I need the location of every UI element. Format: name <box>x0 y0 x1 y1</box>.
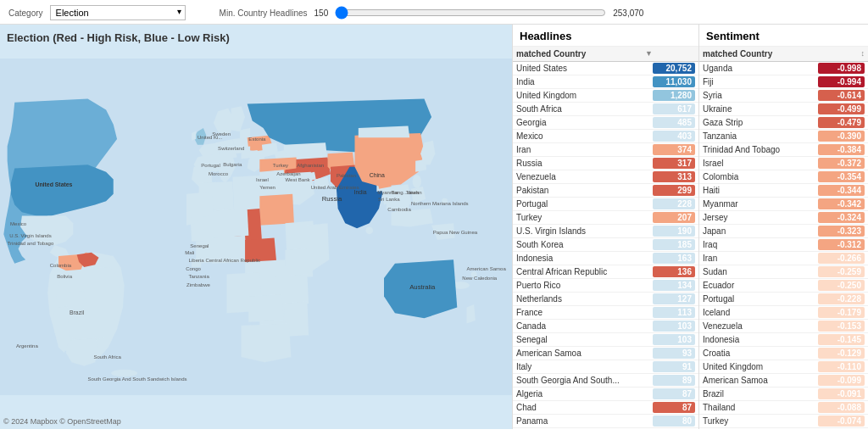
sentiment-row: Iran -0.266 <box>699 252 868 265</box>
value-cell: 93 <box>653 348 695 359</box>
sent-value-cell: -0.153 <box>818 321 865 332</box>
world-map: South Georgia And South Sandwich Islands… <box>0 25 512 429</box>
sent-country-cell: Israel <box>703 159 818 168</box>
table-row: South Korea 185 <box>513 238 698 252</box>
map-credit: © 2024 Mapbox © OpenStreetMap <box>3 417 121 426</box>
svg-text:Azerbaijan: Azerbaijan <box>276 171 301 176</box>
sentiment-row: Ecuador -0.250 <box>699 279 868 293</box>
value-cell: 299 <box>653 185 695 196</box>
sent-country-cell: Turkey <box>703 416 818 426</box>
sent-value-cell: -0.091 <box>818 388 865 399</box>
sentiment-sort-icon[interactable]: ↕ <box>858 49 865 59</box>
svg-text:Turkey: Turkey <box>273 163 288 168</box>
sent-country-cell: Japan <box>703 226 818 236</box>
value-cell: 134 <box>653 280 695 291</box>
sentiment-row: Turkey -0.074 <box>699 415 868 428</box>
country-cell: Pakistan <box>516 186 653 195</box>
sent-country-cell: Ukraine <box>703 104 818 114</box>
sentiment-table-header: matched Country ↕ <box>699 47 868 62</box>
table-row: Iran 374 <box>513 143 698 157</box>
table-row: Indonesia 163 <box>513 252 698 265</box>
country-cell: South Africa <box>516 104 653 114</box>
sent-value-cell: -0.342 <box>818 198 865 209</box>
sent-value-cell: -0.179 <box>818 307 865 318</box>
table-row: Russia 317 <box>513 157 698 170</box>
value-cell: 617 <box>653 103 695 114</box>
table-row: Senegal 103 <box>513 333 698 347</box>
value-cell: 317 <box>653 158 695 169</box>
sent-value-cell: -0.499 <box>818 103 865 114</box>
headlines-table-header: matched Country ▼ <box>513 47 698 62</box>
slider-min-value: 150 <box>314 8 329 18</box>
sent-value-cell: -0.344 <box>818 185 865 196</box>
headlines-col-value <box>653 49 695 59</box>
value-cell: 103 <box>653 321 695 332</box>
sent-value-cell: -0.998 <box>818 63 865 74</box>
sent-value-cell: -0.384 <box>818 144 865 155</box>
sent-country-cell: American Samoa <box>703 376 818 385</box>
svg-text:Pakistan: Pakistan <box>337 173 356 178</box>
sent-value-cell: -0.129 <box>818 348 865 359</box>
sentiment-row: Tanzania -0.390 <box>699 130 868 143</box>
country-cell: Mexico <box>516 131 653 141</box>
headlines-filter-icon[interactable]: ▼ <box>642 49 653 59</box>
svg-text:Sri Lanka: Sri Lanka <box>378 197 400 202</box>
headlines-title: Headlines <box>513 25 698 47</box>
sentiment-row: Sudan -0.259 <box>699 265 868 279</box>
country-cell: Senegal <box>516 335 653 344</box>
sentiment-title: Sentiment <box>699 25 868 47</box>
sentiment-row: Jersey -0.324 <box>699 211 868 225</box>
svg-text:Mali: Mali <box>185 250 194 255</box>
svg-text:U.S. Virgin Islands: U.S. Virgin Islands <box>9 233 52 238</box>
sentiment-col-country: matched Country <box>703 49 858 59</box>
sentiment-row: Haiti -0.344 <box>699 184 868 198</box>
country-cell: U.S. Virgin Islands <box>516 226 653 236</box>
value-cell: 403 <box>653 131 695 142</box>
category-dropdown[interactable]: Election <box>50 5 186 20</box>
sent-country-cell: Haiti <box>703 186 818 195</box>
svg-text:West Bank: West Bank <box>286 177 311 182</box>
value-cell: 87 <box>653 388 695 399</box>
country-cell: Portugal <box>516 199 653 209</box>
country-cell: Georgia <box>516 118 653 127</box>
sentiment-row: Venezuela -0.153 <box>699 320 868 333</box>
sent-value-cell: -0.614 <box>818 90 865 101</box>
country-cell: South Korea <box>516 240 653 249</box>
country-cell: Indonesia <box>516 254 653 263</box>
country-cell: American Samoa <box>516 349 653 358</box>
svg-text:China: China <box>370 172 385 178</box>
sent-country-cell: Fiji <box>703 77 818 86</box>
category-dropdown-wrap[interactable]: Election <box>50 5 186 20</box>
sent-value-cell: -0.372 <box>818 158 865 169</box>
country-cell: Central African Republic <box>516 267 653 276</box>
country-cell: Algeria <box>516 389 653 399</box>
svg-text:Mexico: Mexico <box>10 221 27 226</box>
sentiment-row: Trinidad And Tobago -0.384 <box>699 143 868 157</box>
table-row: France 113 <box>513 306 698 320</box>
table-row: South Africa 617 <box>513 103 698 116</box>
headlines-slider[interactable] <box>335 6 606 20</box>
svg-text:Congo: Congo <box>186 266 201 271</box>
category-label: Category <box>8 8 43 18</box>
value-cell: 228 <box>653 198 695 209</box>
svg-text:Bulgaria: Bulgaria <box>223 162 242 167</box>
sentiment-row: United Kingdom -0.110 <box>699 360 868 374</box>
svg-text:India: India <box>354 189 367 195</box>
table-row: Georgia 485 <box>513 116 698 130</box>
svg-text:Cambodia: Cambodia <box>387 207 411 212</box>
country-cell: United States <box>516 64 653 73</box>
sentiment-row: Uganda -0.998 <box>699 62 868 75</box>
svg-text:Brazil: Brazil <box>70 310 85 315</box>
table-row: Portugal 228 <box>513 198 698 211</box>
sent-country-cell: Sudan <box>703 267 818 276</box>
svg-text:Trinidad and Tobago: Trinidad and Tobago <box>8 241 54 246</box>
svg-text:Portugal: Portugal <box>201 163 220 168</box>
sent-value-cell: -0.312 <box>818 239 865 250</box>
value-cell: 485 <box>653 117 695 128</box>
sentiment-row: Syria -0.614 <box>699 89 868 103</box>
svg-text:Papua New Guinea: Papua New Guinea <box>433 230 478 235</box>
table-row: Panama 80 <box>513 415 698 428</box>
sent-country-cell: Tanzania <box>703 131 818 141</box>
svg-text:Colombia: Colombia <box>50 263 72 268</box>
sent-country-cell: Syria <box>703 91 818 100</box>
